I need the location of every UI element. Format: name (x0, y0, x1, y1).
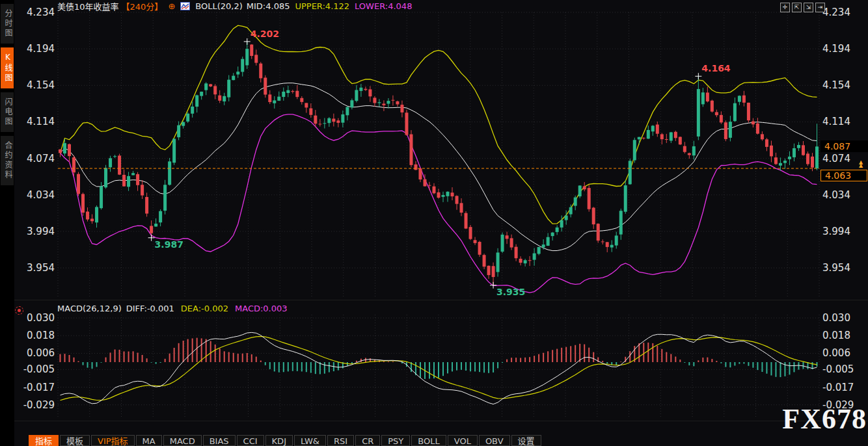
y-axis-tick: 4.234 (822, 7, 850, 18)
boll-upper-value: UPPER:4.122 (295, 1, 349, 11)
add-indicator-icon[interactable]: ⊕ (168, 2, 175, 10)
pan-icon[interactable]: ✛ (780, 3, 790, 12)
y-axis-tick: 0.030 (822, 313, 850, 323)
left-sidebar: 分时图K线图闪电图合约资料 (0, 0, 14, 446)
window-control-icons: ✛⇱⇲⇥ (780, 3, 825, 12)
toolbar-button-设置[interactable]: 设置 (511, 435, 541, 446)
y-axis-tick: 0.018 (822, 330, 850, 341)
toolbar-button-BOLL[interactable]: BOLL (411, 435, 446, 446)
current-price-badge: 4.087 (821, 140, 868, 152)
boll-lower-value: LOWER:4.048 (355, 1, 412, 11)
period-tag: 【240分】 (122, 0, 163, 12)
main-plot-area[interactable] (58, 12, 819, 296)
instrument-title: 美债10年收益率 (57, 0, 119, 12)
y-axis-tick: 3.954 (822, 263, 850, 273)
macd-header: MACD(26,12,9) DIFF:-0.001 DEA:-0.002 MAC… (57, 303, 288, 313)
panel-divider (14, 300, 868, 300)
chart-canvas[interactable]: 4.2023.9873.9354.164 (0, 0, 868, 446)
main-chart-header: 美债10年收益率 【240分】 ⊕ BOLL(20,2) MID:4.085 U… (57, 1, 412, 12)
y-axis-tick: 3.994 (822, 226, 850, 237)
scale-x-icon[interactable]: ⇲ (804, 3, 813, 12)
toolbar-button-CCI[interactable]: CCI (237, 435, 264, 446)
chart-type-icon (180, 2, 190, 10)
y-axis-tick: 4.114 (822, 116, 850, 127)
scroll-to-latest-icon[interactable]: ▲▲ (856, 161, 865, 167)
y-axis-tick: -0.017 (822, 382, 854, 393)
y-axis-tick: 4.154 (822, 80, 850, 90)
x-axis-row: 240分 ▲ 09/1109/1909/2910/082025/10/13 15… (0, 421, 868, 434)
toolbar-button-RSI[interactable]: RSI (327, 435, 354, 446)
toolbar-button-VIP指标[interactable]: VIP指标 (91, 435, 135, 446)
toolbar-button-模板[interactable]: 模板 (60, 435, 90, 446)
toolbar-button-OBV[interactable]: OBV (479, 435, 510, 446)
macd-diff-value: DIFF:-0.001 (126, 304, 174, 313)
sidebar-tab-active[interactable]: K线图 (1, 47, 14, 88)
toolbar-button-CR[interactable]: CR (355, 435, 380, 446)
toolbar-button-MACD[interactable]: MACD (163, 435, 202, 446)
indicator-toolbar: 指标模板VIP指标MAMACDBIASCCIKDJLW&RSICRPSYBOLL… (29, 435, 543, 446)
alert-blink-icon[interactable] (15, 306, 23, 315)
macd-dea-value: DEA:-0.002 (181, 304, 228, 313)
chart-window: 4.2023.9873.9354.164 分时图K线图闪电图合约资料 美债10年… (0, 0, 868, 446)
toolbar-button-MA[interactable]: MA (136, 435, 162, 446)
alert-level-badge: 4.063 (821, 170, 867, 181)
export-icon[interactable]: ⇥ (815, 3, 825, 12)
y-axis-tick: 0.006 (822, 348, 850, 358)
scale-y-icon[interactable]: ⇱ (792, 3, 802, 12)
macd-label: MACD(26,12,9) (57, 304, 122, 313)
y-axis-tick: 4.074 (822, 153, 850, 164)
toolbar-button-KDJ[interactable]: KDJ (265, 435, 293, 446)
boll-mid-value: MID:4.085 (247, 1, 290, 11)
toolbar-button-BIAS[interactable]: BIAS (203, 435, 236, 446)
toolbar-button-PSY[interactable]: PSY (381, 435, 410, 446)
macd-macd-value: MACD:0.003 (235, 304, 288, 313)
y-axis-tick: -0.005 (822, 364, 854, 374)
toolbar-button-指标[interactable]: 指标 (29, 435, 59, 446)
y-axis-tick: 4.034 (822, 190, 850, 200)
sidebar-tab-item[interactable]: 闪电图 (1, 92, 14, 132)
boll-label: BOLL(20,2) (195, 1, 243, 11)
macd-plot-area[interactable] (58, 315, 819, 419)
watermark: FX678 (782, 406, 867, 433)
toolbar-button-LW&[interactable]: LW& (294, 435, 326, 446)
y-axis-tick: 4.194 (822, 44, 850, 54)
sidebar-tab-item[interactable]: 分时图 (1, 4, 14, 44)
toolbar-button-VOL[interactable]: VOL (448, 435, 478, 446)
sidebar-tab-item[interactable]: 合约资料 (1, 136, 14, 185)
